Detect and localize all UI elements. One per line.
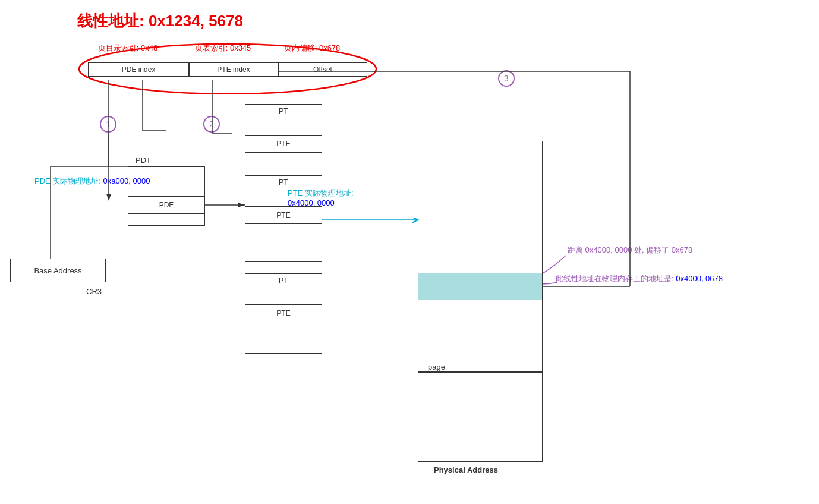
physical-addr-label: Physical Address — [434, 465, 498, 474]
svg-marker-7 — [106, 194, 111, 201]
page-divider — [418, 371, 543, 373]
pt-middle-pte: PTE — [245, 206, 322, 224]
pt-bottom-box: PT PTE — [245, 273, 322, 354]
red-ellipse — [76, 40, 379, 94]
circle-1: 1 — [100, 116, 116, 133]
pt-top-pte: PTE — [245, 135, 322, 153]
physical-highlighted-row — [418, 273, 543, 300]
pde-row: PDE — [128, 196, 205, 214]
circle-2: 2 — [203, 116, 220, 133]
cr3-base-address: Base Address — [11, 259, 106, 282]
page-label: page — [428, 363, 445, 371]
diagram: 线性地址: 0x1234, 5678 页目录索引: 0x48 页表索引: 0x3… — [0, 0, 819, 504]
pte-phys-label: PTE 实际物理地址: 0x4000, 0000 — [288, 188, 354, 207]
dist-annotation: 距离 0x4000, 0000 处, 偏移了 0x678 — [568, 245, 692, 256]
pt-top-box: PT PTE — [245, 104, 322, 175]
svg-marker-9 — [238, 203, 245, 207]
cr3-label: CR3 — [86, 287, 102, 296]
svg-point-0 — [79, 44, 376, 94]
cr3-right — [106, 259, 200, 282]
result-annotation: 此线性地址在物理内存上的地址是: 0x4000, 0678 — [556, 273, 723, 284]
pdt-label: PDT — [136, 156, 151, 165]
circle-3: 3 — [498, 70, 515, 87]
pt-bottom-pte: PTE — [245, 304, 322, 322]
pt-top-label: PT — [245, 105, 322, 117]
pt-middle-label: PT — [245, 176, 322, 188]
linear-address-title: 线性地址: 0x1234, 5678 — [77, 11, 243, 32]
pde-phys-label: PDE 实际物理地址: 0xa000, 0000 — [34, 176, 150, 187]
cr3-box: Base Address — [10, 259, 200, 282]
physical-memory-box — [418, 141, 543, 462]
pt-bottom-label: PT — [245, 274, 322, 286]
